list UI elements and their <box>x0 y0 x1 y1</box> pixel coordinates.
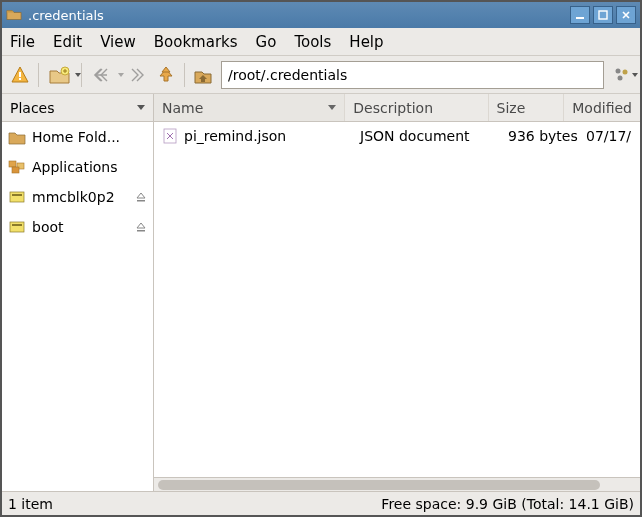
sidebar: Places Home Fold... Applications mmcblk0… <box>2 94 154 491</box>
menu-help[interactable]: Help <box>341 29 391 55</box>
chevron-down-icon <box>137 105 145 110</box>
path-options-button[interactable] <box>610 63 634 87</box>
menu-bookmarks[interactable]: Bookmarks <box>146 29 246 55</box>
json-file-icon <box>162 128 178 144</box>
scrollbar-thumb[interactable] <box>158 480 600 490</box>
cell-name: pi_remind.json <box>154 128 352 144</box>
column-size[interactable]: Size <box>489 94 565 121</box>
toolbar: /root/.credentials <box>2 56 640 94</box>
drive-icon <box>8 189 26 205</box>
sort-indicator-icon <box>328 105 336 110</box>
svg-point-5 <box>616 68 621 73</box>
svg-rect-11 <box>10 192 24 202</box>
svg-rect-14 <box>10 222 24 232</box>
svg-rect-16 <box>137 230 145 232</box>
sidebar-header-label: Places <box>10 100 137 116</box>
svg-rect-10 <box>12 167 19 173</box>
maximize-button[interactable] <box>593 6 613 24</box>
applications-icon <box>8 159 26 175</box>
back-button[interactable] <box>88 63 118 87</box>
cell-description: JSON document <box>352 128 500 144</box>
svg-point-7 <box>618 75 623 80</box>
cell-size: 936 bytes <box>500 128 578 144</box>
statusbar: 1 item Free space: 9.9 GiB (Total: 14.1 … <box>2 491 640 515</box>
file-row[interactable]: pi_remind.json JSON document 936 bytes 0… <box>154 122 640 150</box>
menu-tools[interactable]: Tools <box>286 29 339 55</box>
svg-rect-15 <box>12 224 22 226</box>
menu-view[interactable]: View <box>92 29 144 55</box>
file-list: Name Description Size Modified pi_rem <box>154 94 640 491</box>
svg-point-6 <box>623 69 628 74</box>
status-right: Free space: 9.9 GiB (Total: 14.1 GiB) <box>381 496 634 512</box>
close-button[interactable] <box>616 6 636 24</box>
up-button[interactable] <box>154 63 178 87</box>
minimize-button[interactable] <box>570 6 590 24</box>
horizontal-scrollbar[interactable] <box>154 477 640 491</box>
column-name[interactable]: Name <box>154 94 345 121</box>
sidebar-item-applications[interactable]: Applications <box>2 152 153 182</box>
svg-rect-2 <box>19 72 21 77</box>
menubar: File Edit View Bookmarks Go Tools Help <box>2 28 640 56</box>
svg-rect-12 <box>12 194 22 196</box>
sidebar-item-home[interactable]: Home Fold... <box>2 122 153 152</box>
menu-go[interactable]: Go <box>248 29 285 55</box>
eject-icon[interactable] <box>135 191 147 203</box>
menu-file[interactable]: File <box>8 29 43 55</box>
window-title: .credentials <box>28 8 570 23</box>
home-folder-icon <box>8 129 26 145</box>
titlebar[interactable]: .credentials <box>2 2 640 28</box>
file-rows[interactable]: pi_remind.json JSON document 936 bytes 0… <box>154 122 640 477</box>
sidebar-list: Home Fold... Applications mmcblk0p2 boot <box>2 122 153 491</box>
column-description[interactable]: Description <box>345 94 488 121</box>
menu-edit[interactable]: Edit <box>45 29 90 55</box>
path-input[interactable]: /root/.credentials <box>221 61 604 89</box>
drive-icon <box>8 219 26 235</box>
column-modified[interactable]: Modified <box>564 94 640 121</box>
cell-modified: 07/17/ <box>578 128 640 144</box>
content-area: Places Home Fold... Applications mmcblk0… <box>2 94 640 491</box>
path-text: /root/.credentials <box>228 67 347 83</box>
eject-icon[interactable] <box>135 221 147 233</box>
svg-rect-13 <box>137 200 145 202</box>
sidebar-item-mmcblk0p2[interactable]: mmcblk0p2 <box>2 182 153 212</box>
svg-rect-3 <box>19 78 21 80</box>
column-headers: Name Description Size Modified <box>154 94 640 122</box>
folder-icon <box>6 8 22 22</box>
svg-rect-8 <box>9 161 16 167</box>
svg-rect-0 <box>576 17 584 19</box>
svg-rect-1 <box>599 11 607 19</box>
sidebar-item-boot[interactable]: boot <box>2 212 153 242</box>
forward-button[interactable] <box>124 63 148 87</box>
warning-icon[interactable] <box>8 63 32 87</box>
status-left: 1 item <box>8 496 381 512</box>
file-manager-window: .credentials File Edit View Bookmarks Go… <box>0 0 642 517</box>
new-tab-button[interactable] <box>45 63 75 87</box>
sidebar-header[interactable]: Places <box>2 94 153 122</box>
home-button[interactable] <box>191 63 215 87</box>
